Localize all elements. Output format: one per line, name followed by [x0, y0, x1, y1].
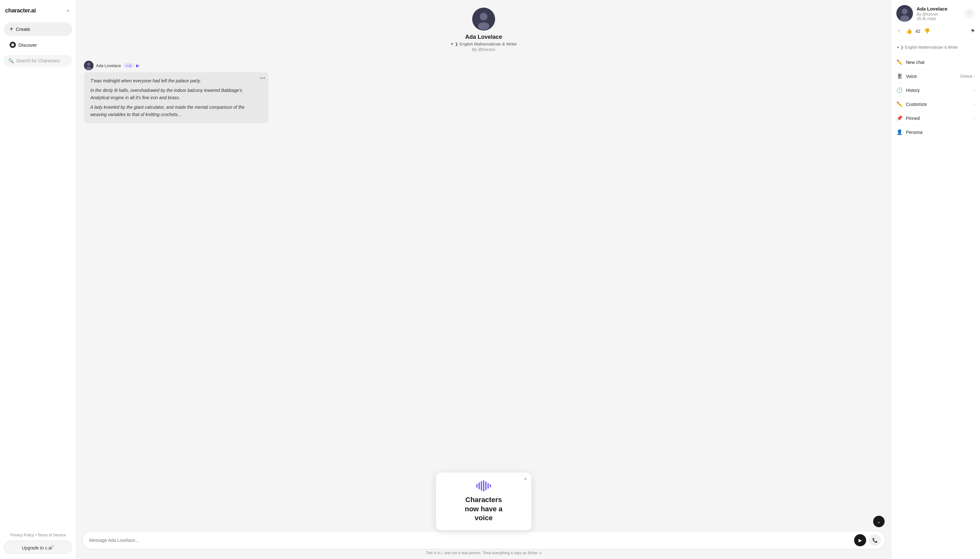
- rp-char-by: By @Kerzen: [917, 12, 948, 17]
- message-sender-row: Ada Lovelace c.ai ▶: [84, 61, 883, 70]
- svg-point-8: [900, 15, 909, 22]
- character-avatar-main: [472, 8, 495, 31]
- svg-point-4: [87, 63, 90, 66]
- plus-icon: +: [10, 25, 13, 33]
- message-text-1: T'was midnight when everyone had left th…: [90, 77, 262, 84]
- discover-icon: [10, 41, 16, 48]
- upgrade-label: Upgrade to c.ai: [22, 545, 52, 551]
- wave-bar-3: [481, 481, 482, 491]
- search-placeholder-text: Search for Characters: [16, 58, 60, 63]
- search-icon: 🔍: [8, 58, 14, 63]
- message-text-2: In the dimly lit halls, overshadowed by …: [90, 87, 262, 101]
- pinned-label: Pinned: [906, 116, 920, 121]
- persona-menu-item[interactable]: 👤 Persona: [896, 125, 975, 139]
- customize-menu-item[interactable]: ✏️ Customize ›: [896, 97, 975, 111]
- rp-description: ✦ ❯ English Mathematician & Writer: [896, 45, 975, 50]
- svg-point-1: [480, 13, 488, 20]
- persona-icon: 👤: [896, 129, 903, 135]
- wave-bar-2: [479, 482, 480, 490]
- voice-icon: 🎚️: [896, 73, 903, 79]
- new-chat-label: New chat: [906, 60, 924, 65]
- discover-label: Discover: [18, 42, 37, 48]
- voice-popup-title: Charactersnow have avoice: [465, 495, 503, 523]
- plus-badge: +: [52, 544, 54, 549]
- wave-bar-5: [485, 481, 486, 490]
- message-block: Ada Lovelace c.ai ▶ ••• T'was midnight w…: [84, 61, 883, 123]
- message-bubble: ••• T'was midnight when everyone had lef…: [84, 72, 268, 123]
- new-chat-menu-item[interactable]: ✏️ New chat: [896, 55, 975, 69]
- main-chat-area: Ada Lovelace ✦ ❯ English Mathematician &…: [76, 0, 891, 559]
- chat-input-area: ▶ 📞 This is A.I. and not a real person. …: [76, 528, 891, 559]
- wave-bar-6: [488, 483, 489, 489]
- chat-messages: Ada Lovelace c.ai ▶ ••• T'was midnight w…: [76, 56, 891, 528]
- waveform-icon: [476, 480, 491, 491]
- footer-links: Privacy Policy • Terms of Service: [4, 533, 72, 538]
- pin-icon: 📌: [896, 115, 903, 121]
- customize-label: Customize: [906, 102, 927, 107]
- history-chevron-icon: ›: [973, 88, 975, 93]
- voice-chevron-icon: ›: [973, 74, 975, 79]
- upgrade-button[interactable]: Upgrade to c.ai+: [4, 541, 72, 554]
- wave-bar-4: [483, 480, 484, 491]
- message-options-button[interactable]: •••: [260, 75, 265, 81]
- share-button[interactable]: ↑: [896, 27, 901, 35]
- terms-of-service-link[interactable]: Terms of Service: [38, 533, 66, 538]
- voice-popup: × Charactersnow have avoice: [436, 473, 531, 530]
- privacy-policy-link[interactable]: Privacy Policy: [10, 533, 34, 538]
- voice-label: Voice: [906, 74, 917, 79]
- rp-actions: ↑ 👍 42 👎 ⚑: [896, 27, 975, 40]
- right-panel-header: Ada Lovelace By @Kerzen 26.3k chats ♡: [896, 5, 975, 22]
- sidebar: character.ai « + Create Discover 🔍 Searc…: [0, 0, 76, 559]
- sidebar-footer: Privacy Policy • Terms of Service Upgrad…: [4, 533, 72, 554]
- rp-like-row: 👍 42 👎: [905, 27, 931, 35]
- send-button[interactable]: ▶: [854, 534, 866, 546]
- brand-logo: character.ai: [5, 7, 36, 14]
- like-count: 42: [916, 29, 921, 34]
- flag-button[interactable]: ⚑: [970, 28, 975, 34]
- right-panel: Ada Lovelace By @Kerzen 26.3k chats ♡ ↑ …: [891, 0, 980, 559]
- message-input[interactable]: [89, 538, 851, 543]
- call-button[interactable]: 📞: [869, 534, 881, 546]
- dislike-button[interactable]: 👎: [922, 27, 931, 35]
- message-sender-name: Ada Lovelace: [96, 63, 121, 68]
- persona-label: Persona: [906, 130, 922, 135]
- create-button[interactable]: + Create: [4, 22, 72, 36]
- customize-icon: ✏️: [896, 101, 903, 107]
- rp-char-name: Ada Lovelace: [917, 6, 948, 12]
- discover-button[interactable]: Discover: [4, 38, 72, 51]
- message-avatar: [84, 61, 94, 70]
- input-row: ▶ 📞: [83, 532, 884, 549]
- play-message-button[interactable]: ▶: [136, 63, 140, 68]
- voice-menu-item[interactable]: 🎚️ Voice Default ›: [896, 69, 975, 83]
- voice-default-tag: Default: [960, 74, 972, 79]
- character-name-main: Ada Lovelace: [465, 34, 502, 40]
- heart-button[interactable]: ♡: [965, 8, 975, 18]
- customize-chevron-icon: ›: [973, 102, 975, 106]
- footer-separator: •: [35, 533, 37, 538]
- right-panel-char-info: Ada Lovelace By @Kerzen 26.3k chats: [917, 6, 948, 21]
- scroll-down-button[interactable]: ⌄: [873, 516, 884, 527]
- history-menu-item[interactable]: 🕐 History ›: [896, 83, 975, 97]
- pinned-chevron-icon: ›: [973, 116, 975, 121]
- pinned-menu-item[interactable]: 📌 Pinned ›: [896, 111, 975, 125]
- search-characters-box[interactable]: 🔍 Search for Characters: [4, 55, 72, 66]
- svg-point-2: [478, 22, 489, 30]
- svg-point-7: [902, 8, 907, 14]
- create-label: Create: [16, 26, 30, 32]
- collapse-sidebar-button[interactable]: «: [66, 7, 71, 15]
- message-badge: c.ai: [124, 63, 134, 68]
- ai-disclaimer: This is A.I. and not a real person. Trea…: [83, 549, 884, 556]
- character-by: By @Kerzen: [472, 47, 495, 52]
- chat-header: Ada Lovelace ✦ ❯ English Mathematician &…: [76, 0, 891, 56]
- like-button[interactable]: 👍: [905, 27, 914, 35]
- right-panel-avatar: [896, 5, 913, 22]
- new-chat-icon: ✏️: [896, 59, 903, 65]
- voice-popup-close-button[interactable]: ×: [524, 476, 527, 482]
- history-icon: 🕐: [896, 87, 903, 93]
- rp-char-chats: 26.3k chats: [917, 17, 948, 21]
- message-text-3: A lady kneeled by the giant calculator, …: [90, 104, 262, 118]
- wave-bar-7: [490, 484, 491, 488]
- wave-bar-1: [476, 484, 478, 488]
- sidebar-header: character.ai «: [4, 5, 72, 16]
- character-subtitle: ✦ ❯ English Mathematician & Writer: [450, 41, 517, 46]
